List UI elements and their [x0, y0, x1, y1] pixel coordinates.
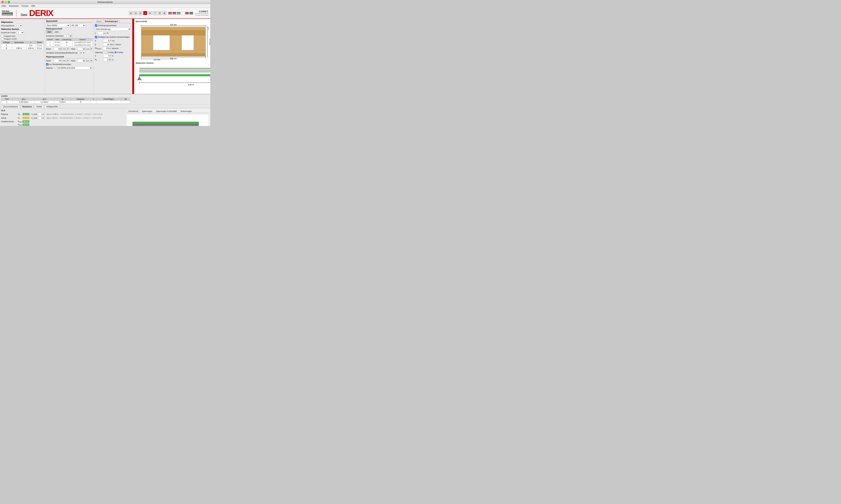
hk-select[interactable]: HK 190	[71, 24, 86, 27]
biegung-kmod-input[interactable]	[38, 112, 45, 116]
kragarm-rechts-check[interactable]	[1, 38, 3, 40]
toolbar-btn-6[interactable]: ?	[153, 11, 157, 15]
rippe-hoehe-down[interactable]: ▼	[90, 59, 92, 62]
rippe-hoehe-input[interactable]	[77, 59, 86, 62]
header-right: ⊞ ⊡ ⊟ ● ⊕ ? ☰ ⊠ COMET Competence Centre …	[129, 10, 208, 16]
tab-details[interactable]: Details	[34, 105, 44, 108]
schichten-down-btn[interactable]: ▼	[69, 34, 72, 38]
cell-a-auflager: A	[1, 44, 12, 47]
loads-col-g1k: g1,k	[35, 98, 54, 101]
window-controls[interactable]	[1, 1, 10, 3]
tab-brand[interactable]: Brand	[95, 20, 103, 23]
allgemeines-panel: Allgemeines Nutzungsklasse 123 Statische…	[0, 19, 45, 94]
menu-hilfe[interactable]: Hilfe	[31, 5, 35, 7]
main-divider[interactable]: ···	[133, 19, 134, 94]
verhaeltnis-select[interactable]: 1/4	[78, 51, 85, 54]
nur-standard-check[interactable]	[46, 63, 49, 66]
kragarm-links-label: Kragarm links	[4, 35, 16, 37]
toolbar-btn-8[interactable]: ⊠	[162, 11, 166, 15]
rippe-breite-input[interactable]	[54, 59, 62, 62]
scheibenschub2-eta-label: ηnxy,T	[18, 123, 21, 126]
schwingungsnachweis-check[interactable]	[95, 24, 97, 27]
menu-bearbeiten[interactable]: Bearbeiten	[9, 5, 19, 7]
derix-select[interactable]: Derix DERIX	[46, 24, 70, 27]
e-label: E	[95, 43, 102, 46]
bottom-tab-bar[interactable]: Querschnittswerte Nachweise Details Aufl…	[0, 104, 210, 108]
tab-querschnittswerte[interactable]: Querschnittswerte	[1, 105, 20, 108]
svg-rect-72	[133, 124, 199, 126]
hoehe-input[interactable]	[77, 47, 86, 51]
lagerung-4seitig-radio[interactable]	[114, 51, 117, 54]
aus-tab-brand[interactable]: Spannungen im Brandfall	[154, 110, 178, 113]
svg-marker-62	[137, 76, 141, 80]
layers-table: Schicht Höhe Orientierung Material 1 20 …	[46, 38, 92, 47]
anzahl-felder-select[interactable]: 123	[17, 31, 24, 34]
nur-standard-row: nur Standardabmessungen	[46, 63, 92, 66]
svg-rect-38	[194, 35, 206, 50]
maximize-button[interactable]	[8, 1, 10, 3]
flag-it[interactable]	[177, 12, 181, 14]
minimize-button[interactable]	[5, 1, 7, 3]
cell-layer2-material: C24-DERIX-ETA 2019	[73, 44, 92, 47]
rippe-hoehe-label: Höhe	[71, 60, 76, 62]
flag-at[interactable]	[168, 12, 172, 14]
zeta-input[interactable]	[98, 32, 106, 35]
aus-tab-ausnutzung[interactable]: Ausnutzung	[127, 110, 140, 113]
col-hoehe: Höhe	[54, 38, 61, 41]
biegung-eta-label: ηM	[18, 113, 21, 115]
svg-rect-71	[133, 122, 199, 124]
lasten-table: Feld g0,k g1,k qk Kategorie s Höhe/Regio…	[1, 97, 130, 104]
schub-kmod-input[interactable]	[38, 116, 45, 120]
breite-down-btn[interactable]: ▼	[67, 47, 69, 51]
qs-viz-title: Querschnitt	[136, 20, 209, 22]
b-row: b m	[95, 54, 131, 57]
loads-cell-g1k: 2,1 kN/m²	[35, 101, 54, 104]
tab-auflagerkraefte[interactable]: Auflagerkräfte	[45, 105, 60, 108]
menu-fenster[interactable]: Fenster	[21, 5, 28, 7]
brand-schwingungen-tabs[interactable]: Brand Schwingungen	[95, 20, 131, 23]
cell-layer1-schicht: 1	[46, 41, 54, 44]
steifigkeit-check[interactable]	[95, 36, 97, 38]
aus-tab-verformungen[interactable]: Verformungen	[179, 110, 194, 113]
flag-fr[interactable]	[181, 12, 185, 14]
oben-btn[interactable]: oben	[46, 30, 53, 34]
anforderung-select[interactable]: hohe Anforderung	[95, 28, 131, 31]
auflager-table: Auflager Spannweite x Breite A 0 m 0,1 m	[1, 41, 44, 50]
cell-layer1-material: C24-DERIX-ETA 2019	[73, 41, 92, 44]
b-input[interactable]	[103, 54, 111, 57]
oben-unten-btns[interactable]: oben unten	[46, 30, 92, 34]
material-select[interactable]: C24-DERIX-ETA 2019	[56, 66, 92, 70]
toolbar-btn-1[interactable]: ⊞	[129, 11, 133, 15]
breite-input[interactable]	[54, 47, 62, 51]
e-input[interactable]	[103, 43, 115, 46]
unten-btn[interactable]: unten	[53, 30, 60, 34]
rippe-breite-down[interactable]: ▼	[67, 59, 69, 62]
toolbar-btn-4[interactable]: ●	[143, 11, 147, 15]
d-input[interactable]	[103, 39, 111, 42]
bw-input[interactable]	[103, 58, 111, 61]
nutzungsklasse-select[interactable]: 123	[17, 24, 22, 27]
flag-nl[interactable]	[189, 12, 193, 14]
ausnutzung-tab-bar[interactable]: Ausnutzung Spannungen Spannungen im Bran…	[127, 110, 209, 113]
flag-es[interactable]	[185, 12, 189, 14]
querschnitt-config-panel: Querschnitt Derix DERIX HK 190 Plattenqu…	[45, 19, 94, 94]
toolbar-btn-5[interactable]: ⊕	[148, 11, 152, 15]
toolbar-btn-7[interactable]: ☰	[157, 11, 161, 15]
tab-schwingungen[interactable]: Schwingungen	[103, 20, 120, 23]
el-input[interactable]	[103, 47, 111, 50]
biegung-row: Biegung ηM 41,2 % k_mod bei x = 2,48 m G…	[1, 112, 124, 116]
toolbar-btn-2[interactable]: ⊡	[134, 11, 138, 15]
close-button[interactable]	[1, 1, 4, 3]
toolbar-btn-3[interactable]: ⊟	[138, 11, 142, 15]
flag-gb[interactable]	[172, 12, 176, 14]
toolbar-icons[interactable]: ⊞ ⊡ ⊟ ● ⊕ ? ☰ ⊠	[129, 11, 166, 15]
language-flags[interactable]	[168, 12, 193, 14]
hoehe-down-btn[interactable]: ▼	[90, 47, 92, 51]
schub-row: Schub ηV 47,6 % k_mod bei x = 0,0 m Grun…	[1, 116, 124, 120]
lagerung-2seitig-radio[interactable]	[105, 51, 107, 54]
menu-datei[interactable]: Datei	[1, 5, 6, 7]
kragarm-links-check[interactable]	[1, 35, 3, 37]
aus-tab-spannungen[interactable]: Spannungen	[140, 110, 154, 113]
tab-nachweise[interactable]: Nachweise	[20, 105, 34, 108]
comet-logo: COMET	[195, 10, 208, 13]
